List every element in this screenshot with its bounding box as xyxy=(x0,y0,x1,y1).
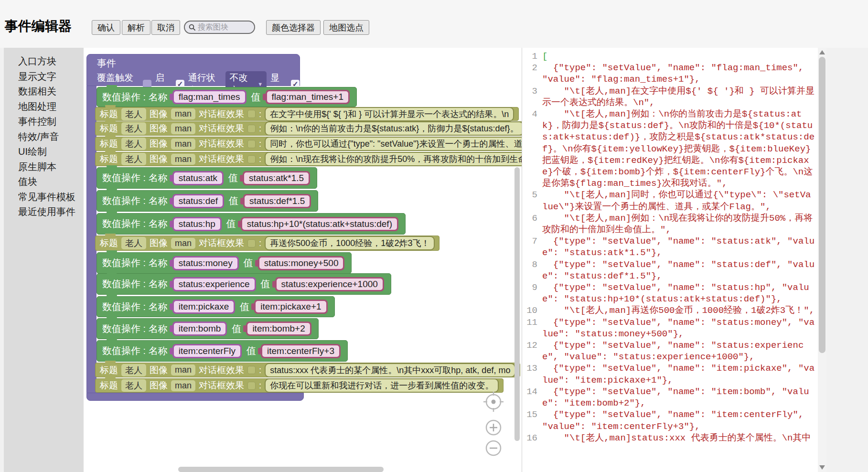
dialog-text-pill[interactable]: 再送你500金币，1000经验，1破2炸3飞！ xyxy=(265,236,435,250)
dialog-block[interactable]: 标题老人图像man对话框效果:status:xxx 代表勇士的某个属性。\n其中… xyxy=(95,363,520,377)
value-expression-pill[interactable]: status:def*1.5 xyxy=(243,194,311,208)
zoom-in-button[interactable] xyxy=(486,420,501,435)
cancel-button[interactable]: 取消 xyxy=(151,20,180,35)
confirm-button[interactable]: 确认 xyxy=(92,20,120,35)
image-pill[interactable]: man xyxy=(171,139,195,150)
setvalue-block[interactable]: 数值操作 : 名称status:atk值status:atk*1.5 xyxy=(96,167,317,189)
setvalue-block[interactable]: 数值操作 : 名称item:bomb值item:bomb+2 xyxy=(96,318,319,339)
sidebar-item[interactable]: 特效/声音 xyxy=(4,129,84,145)
value-expression-pill[interactable]: item:centerFly+3 xyxy=(261,344,341,358)
dialog-effect-checkbox[interactable] xyxy=(247,239,256,247)
code-editor[interactable]: 1[2 {"type": "setValue", "name": "flag:m… xyxy=(522,48,818,472)
sidebar-item[interactable]: 事件控制 xyxy=(4,114,84,129)
dialog-block[interactable]: 标题老人图像man对话框效果:同时，你也可以通过{"type": "setVal… xyxy=(95,137,522,151)
image-pill[interactable]: man xyxy=(171,123,195,134)
name-value-pill[interactable]: item:centerFly xyxy=(172,344,242,358)
image-pill[interactable]: man xyxy=(171,154,195,165)
dialog-effect-checkbox[interactable] xyxy=(247,140,256,148)
name-value-pill[interactable]: item:bomb xyxy=(172,322,227,336)
workspace-vertical-scrollbar[interactable] xyxy=(514,167,520,441)
name-value-pill[interactable]: flag:man_times xyxy=(172,90,246,104)
speaker-pill[interactable]: 老人 xyxy=(121,153,146,165)
sidebar-item[interactable]: UI绘制 xyxy=(4,144,84,160)
code-line[interactable]: 13 {"type": "setValue", "name": "item:pi… xyxy=(522,363,818,386)
code-line[interactable]: 10 "\t[老人,man]再送你500金币，1000经验，1破2炸3飞！", xyxy=(522,305,818,316)
sidebar-item[interactable]: 数据相关 xyxy=(4,84,84,99)
value-expression-pill[interactable]: item:pickaxe+1 xyxy=(254,300,327,314)
sidebar-item[interactable]: 常见事件模板 xyxy=(4,190,84,205)
search-box[interactable] xyxy=(184,21,255,34)
setvalue-block[interactable]: 数值操作 : 名称item:pickaxe值item:pickaxe+1 xyxy=(96,296,335,317)
dialog-effect-checkbox[interactable] xyxy=(247,366,256,374)
code-line[interactable]: 8 {"type": "setValue", "name": "status:d… xyxy=(522,259,818,282)
workspace-horizontal-scrollbar[interactable] xyxy=(178,467,384,472)
search-input[interactable] xyxy=(198,23,250,32)
image-pill[interactable]: man xyxy=(171,108,195,119)
code-line[interactable]: 11 {"type": "setValue", "name": "status:… xyxy=(522,317,818,340)
sidebar-item[interactable]: 最近使用事件 xyxy=(4,204,84,220)
color-picker-button[interactable]: 颜色选择器 xyxy=(266,20,321,35)
scroll-up-icon[interactable] xyxy=(819,50,825,54)
event-block-header[interactable]: 事件 覆盖触发器 启用 ✓ 通行状态 不改变 ▼ 显伤 ✓ xyxy=(86,54,300,86)
sidebar-item[interactable]: 显示文字 xyxy=(4,69,84,85)
code-line[interactable]: 12 {"type": "setValue", "name": "status:… xyxy=(522,340,818,363)
dialog-block[interactable]: 标题老人图像man对话框效果:例如：\n现在我将让你的攻防提升50%，再将攻防和… xyxy=(95,152,522,166)
setvalue-block[interactable]: 数值操作 : 名称status:def值status:def*1.5 xyxy=(96,190,318,212)
speaker-pill[interactable]: 老人 xyxy=(121,379,146,392)
code-scrollbar[interactable] xyxy=(818,48,826,472)
setvalue-block[interactable]: 数值操作 : 名称status:experience值status:experi… xyxy=(96,273,391,295)
dialog-text-pill[interactable]: 同时，你也可以通过{"type": "setValue"}来设置一个勇士的属性、… xyxy=(265,137,522,151)
scroll-down-icon[interactable] xyxy=(819,465,825,470)
image-pill[interactable]: man xyxy=(171,365,195,375)
code-line[interactable]: 3 "\t[老人,man]在文字中使用${' ${ '}和 } 可以计算并显示一… xyxy=(522,86,818,108)
image-pill[interactable]: man xyxy=(171,380,195,391)
dialog-block[interactable]: 标题老人图像man对话框效果:你现在可以重新和我进行对话，进一步看到属性值的改变… xyxy=(95,378,504,393)
speaker-pill[interactable]: 老人 xyxy=(121,108,146,120)
dialog-block[interactable]: 标题老人图像man对话框效果:再送你500金币，1000经验，1破2炸3飞！ xyxy=(95,236,439,251)
code-line[interactable]: 6 "\t[老人,man]例如：\n现在我将让你的攻防提升50%，再将攻防和的十… xyxy=(522,213,818,236)
dialog-effect-checkbox[interactable] xyxy=(247,382,256,390)
setvalue-block[interactable]: 数值操作 : 名称status:hp值status:hp+10*(status:… xyxy=(96,213,406,235)
parse-button[interactable]: 解析 xyxy=(122,20,150,35)
zoom-out-button[interactable] xyxy=(486,441,501,455)
code-line[interactable]: 5 "\t[老人,man]同时，你也可以通过{\"type\": \"setVa… xyxy=(522,189,818,212)
code-line[interactable]: 9 {"type": "setValue", "name": "status:h… xyxy=(522,282,818,305)
name-value-pill[interactable]: status:def xyxy=(172,194,224,208)
dialog-effect-checkbox[interactable] xyxy=(247,110,256,118)
name-value-pill[interactable]: item:pickaxe xyxy=(172,300,236,314)
dialog-text-pill[interactable]: 例如：\n你的当前攻击力是${status:atk}，防御力是${status:… xyxy=(265,121,522,136)
zoom-reset-button[interactable] xyxy=(483,392,504,412)
sidebar-item[interactable]: 原生脚本 xyxy=(4,160,84,175)
dialog-text-pill[interactable]: status:xxx 代表勇士的某个属性。\n其中xxx可取hp, atk, d… xyxy=(265,363,515,377)
speaker-pill[interactable]: 老人 xyxy=(121,237,146,249)
sidebar-item[interactable]: 值块 xyxy=(4,174,84,190)
sidebar-item[interactable]: 地图处理 xyxy=(4,99,84,115)
value-expression-pill[interactable]: item:bomb+2 xyxy=(246,322,311,336)
name-value-pill[interactable]: status:hp xyxy=(172,217,222,231)
dialog-text-pill[interactable]: 你现在可以重新和我进行对话，进一步看到属性值的改变。 xyxy=(265,378,499,393)
value-expression-pill[interactable]: status:money+500 xyxy=(258,256,345,270)
speaker-pill[interactable]: 老人 xyxy=(121,122,146,135)
name-value-pill[interactable]: status:experience xyxy=(172,277,256,291)
dialog-effect-checkbox[interactable] xyxy=(247,125,256,133)
code-line[interactable]: 15 {"type": "setValue", "name": "item:ce… xyxy=(522,409,818,432)
setvalue-block[interactable]: 数值操作 : 名称status:money值status:money+500 xyxy=(96,252,352,274)
block-workspace[interactable]: 事件 覆盖触发器 启用 ✓ 通行状态 不改变 ▼ 显伤 ✓ 数值操作 : 名称f… xyxy=(84,48,522,472)
setvalue-block[interactable]: 数值操作 : 名称item:centerFly值item:centerFly+3 xyxy=(96,340,348,362)
speaker-pill[interactable]: 老人 xyxy=(121,138,146,150)
value-expression-pill[interactable]: flag:man_times+1 xyxy=(266,90,350,104)
code-line[interactable]: 2 {"type": "setValue", "name": "flag:man… xyxy=(522,62,818,85)
dialog-block[interactable]: 标题老人图像man对话框效果:例如：\n你的当前攻击力是${status:atk… xyxy=(95,121,522,136)
map-pick-button[interactable]: 地图选点 xyxy=(323,20,369,35)
dialog-block[interactable]: 标题老人图像man对话框效果:在文字中使用${' ${ '}和 } 可以计算并显… xyxy=(95,107,519,121)
code-line[interactable]: 7 {"type": "setValue", "name": "status:a… xyxy=(522,236,818,258)
code-line[interactable]: 16 "\t[老人,man]status:xxx 代表勇士的某个属性。\n其中 xyxy=(522,432,818,444)
dialog-effect-checkbox[interactable] xyxy=(247,155,256,163)
speaker-pill[interactable]: 老人 xyxy=(121,364,146,376)
value-expression-pill[interactable]: status:atk*1.5 xyxy=(243,171,310,185)
image-pill[interactable]: man xyxy=(171,238,195,249)
value-expression-pill[interactable]: status:experience+1000 xyxy=(275,277,384,291)
sidebar-item[interactable]: 入口方块 xyxy=(4,54,84,69)
setvalue-block[interactable]: 数值操作 : 名称flag:man_times值flag:man_times+1 xyxy=(96,87,357,107)
code-scrollbar-thumb[interactable] xyxy=(819,57,825,353)
